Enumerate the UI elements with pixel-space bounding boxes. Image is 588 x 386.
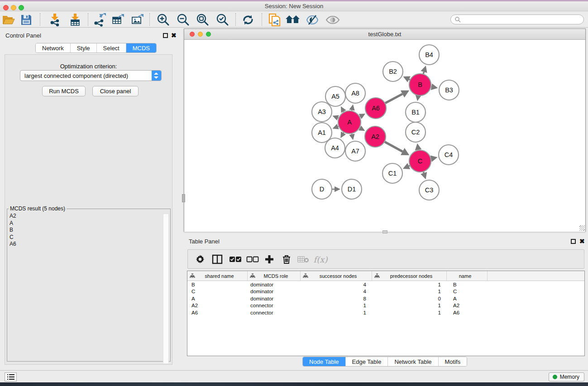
close-panel-button[interactable]: Close panel	[92, 86, 139, 96]
table-cell[interactable]: A2	[187, 302, 248, 310]
tab-edge-table[interactable]: Edge Table	[346, 357, 388, 366]
table-row[interactable]: Cdominator41C	[187, 288, 584, 295]
table-cell[interactable]: 0	[372, 295, 447, 302]
table-cell[interactable]: A6	[187, 309, 248, 316]
tab-network[interactable]: Network	[36, 43, 71, 52]
open-file-icon[interactable]	[0, 13, 17, 27]
delete-column-icon[interactable]	[279, 252, 294, 267]
mcds-result-item[interactable]: B	[10, 227, 170, 234]
zoom-in-icon[interactable]	[155, 13, 172, 27]
table-cell[interactable]: A	[447, 295, 488, 302]
table-cell[interactable]	[488, 309, 584, 316]
close-panel-icon[interactable]: ✖	[171, 33, 177, 38]
zoom-fit-icon[interactable]	[195, 13, 211, 27]
table-cell[interactable]: connector	[248, 302, 301, 310]
network-window-titlebar[interactable]: testGlobe.txt	[184, 29, 585, 40]
select-all-icon[interactable]	[228, 252, 243, 267]
export-image-icon[interactable]	[129, 13, 146, 27]
home-icon[interactable]	[285, 13, 301, 27]
table-cell[interactable]: 4	[301, 281, 372, 288]
close-window-button[interactable]	[3, 5, 9, 10]
table-cell[interactable]: C	[447, 288, 488, 295]
table-cell[interactable]	[488, 281, 584, 288]
table-row[interactable]: Bdominator41B	[187, 281, 584, 288]
mcds-result-list[interactable]: A2ABCA6	[7, 212, 170, 248]
column-header[interactable]: shared name	[187, 271, 248, 281]
refresh-icon[interactable]	[240, 13, 256, 27]
float-panel-icon[interactable]	[163, 33, 168, 38]
tab-motifs[interactable]: Motifs	[439, 357, 467, 366]
network-canvas[interactable]: AA1A2A3A4A5A6A7A8BB1B2B3B4CC1C2C3C4DD1	[184, 40, 585, 232]
table-cell[interactable]: B	[447, 281, 488, 288]
add-column-icon[interactable]	[262, 252, 277, 267]
tab-select[interactable]: Select	[97, 43, 126, 52]
columns-icon[interactable]	[210, 252, 225, 267]
table-cell[interactable]: 4	[301, 288, 372, 295]
run-mcds-button[interactable]: Run MCDS	[42, 86, 86, 96]
splitter-handle[interactable]	[382, 230, 387, 234]
graph-edge[interactable]	[344, 133, 344, 133]
zoom-out-icon[interactable]	[175, 13, 191, 27]
column-header[interactable]: successor nodes	[301, 271, 372, 281]
float-panel-icon[interactable]	[571, 239, 576, 244]
table-body[interactable]: Bdominator41BCdominator41CAdominator80AA…	[187, 281, 584, 316]
zoom-selected-icon[interactable]	[215, 13, 231, 27]
table-cell[interactable]: B	[187, 281, 248, 288]
table-cell[interactable]: 1	[372, 281, 447, 288]
zoom-window-button[interactable]	[19, 5, 24, 10]
hide-graphics-details-icon[interactable]	[304, 13, 320, 27]
table-cell[interactable]	[488, 295, 584, 302]
table-cell[interactable]: dominator	[248, 295, 301, 302]
close-panel-icon[interactable]: ✖	[579, 239, 585, 244]
table-cell[interactable]: A	[187, 295, 248, 302]
table-row[interactable]: Adominator80A	[187, 295, 584, 302]
tab-mcds[interactable]: MCDS	[126, 43, 156, 52]
graph-edge[interactable]	[385, 142, 402, 151]
table-cell[interactable]: dominator	[248, 281, 301, 288]
export-table-icon[interactable]	[110, 13, 126, 27]
graph-edge[interactable]	[385, 94, 402, 103]
table-cell[interactable]: 1	[372, 302, 447, 310]
save-session-icon[interactable]	[18, 13, 34, 27]
network-graph[interactable]: AA1A2A3A4A5A6A7A8BB1B2B3B4CC1C2C3C4DD1	[184, 40, 585, 232]
graph-edge[interactable]	[423, 172, 424, 173]
tab-style[interactable]: Style	[71, 43, 97, 52]
table-cell[interactable]: 1	[301, 302, 372, 310]
column-header[interactable]: MCDS role	[248, 271, 301, 281]
network-minimize-button[interactable]	[198, 32, 203, 37]
import-network-icon[interactable]	[47, 13, 63, 27]
gear-icon[interactable]	[192, 252, 208, 267]
mcds-result-item[interactable]: A6	[10, 241, 170, 248]
mcds-result-item[interactable]: A2	[10, 213, 170, 220]
network-zoom-button[interactable]	[206, 32, 211, 37]
minimize-window-button[interactable]	[11, 5, 16, 10]
tab-network-table[interactable]: Network Table	[388, 357, 438, 366]
table-cell[interactable]: 1	[301, 309, 372, 316]
table-cell[interactable]: 1	[372, 288, 447, 295]
mcds-result-item[interactable]: C	[10, 234, 170, 241]
column-header[interactable]: predecessor nodes	[372, 271, 447, 281]
mcds-result-scrollbar[interactable]	[163, 214, 169, 364]
criterion-dropdown[interactable]: largest connected component (directed)	[20, 70, 162, 81]
table-cell[interactable]: A6	[447, 309, 488, 316]
graph-edge[interactable]	[409, 79, 410, 80]
clone-network-icon[interactable]	[267, 13, 283, 27]
table-cell[interactable]: 8	[301, 295, 372, 302]
table-cell[interactable]: A2	[447, 302, 488, 310]
search-field[interactable]	[450, 14, 584, 24]
tab-node-table[interactable]: Node Table	[303, 357, 346, 366]
graph-edge[interactable]	[423, 72, 424, 74]
splitter-handle[interactable]	[182, 194, 185, 202]
column-header[interactable]: name	[447, 271, 488, 281]
table-cell[interactable]: dominator	[248, 288, 301, 295]
show-panel-list-button[interactable]	[5, 372, 17, 381]
resize-grip-icon[interactable]	[579, 225, 585, 231]
table-cell[interactable]	[488, 288, 584, 295]
mcds-result-item[interactable]: A	[10, 220, 170, 227]
table-row[interactable]: A2connector11A2	[187, 302, 584, 310]
table-cell[interactable]: 1	[372, 309, 447, 316]
deselect-all-icon[interactable]	[245, 252, 260, 267]
graph-edge[interactable]	[409, 166, 410, 166]
table-row[interactable]: A6connector11A6	[187, 309, 584, 316]
table-cell[interactable]: connector	[248, 309, 301, 316]
